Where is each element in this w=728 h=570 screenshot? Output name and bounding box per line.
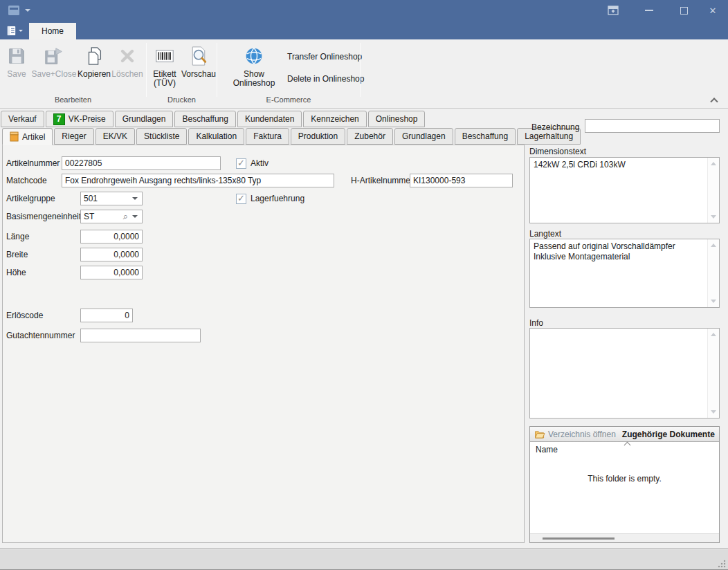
h-artikelnummer-label: H-Artikelnummer <box>351 174 413 187</box>
documents-header: Verzeichnis öffnen Zugehörige Dokumente <box>530 427 719 442</box>
preview-button[interactable]: Vorschau <box>181 42 216 93</box>
tab-row-secondary: Artikel Rieger EK/VK Stückliste Kalkulat… <box>2 128 581 145</box>
vertical-scrollbar[interactable] <box>707 239 719 307</box>
chevron-down-icon <box>132 197 138 200</box>
tab-grundlagen-1[interactable]: Grundlagen <box>115 111 174 127</box>
close-button[interactable]: ✕ <box>698 0 728 21</box>
scroll-up-icon[interactable] <box>711 162 716 165</box>
save-button[interactable]: Save <box>3 42 30 93</box>
aktiv-checkbox[interactable] <box>236 158 246 169</box>
ribbon-tab-home[interactable]: Home <box>29 23 76 39</box>
save-label: Save <box>7 70 26 79</box>
breite-input[interactable] <box>80 248 143 261</box>
laenge-label: Länge <box>6 230 29 243</box>
laenge-input[interactable] <box>80 230 143 243</box>
dimensionstext-memo[interactable]: 142kW 2,5l CRDi 103kW <box>529 157 720 223</box>
vertical-scrollbar[interactable] <box>707 158 719 223</box>
preview-label: Vorschau <box>181 70 216 79</box>
file-menu-icon <box>6 25 17 37</box>
scroll-down-icon[interactable] <box>711 215 716 219</box>
scroll-up-icon[interactable] <box>711 243 716 247</box>
h-artikelnummer-input[interactable] <box>410 174 513 187</box>
tab-produktion[interactable]: Produktion <box>291 128 345 145</box>
empty-folder-message: This folder is empty. <box>530 474 719 484</box>
langtext-memo[interactable]: Passend auf original Vorschalldämpfer In… <box>529 239 720 308</box>
app-menu-caret-icon[interactable] <box>25 9 30 12</box>
minimize-icon <box>645 10 653 11</box>
lagerfuehrung-checkbox-row[interactable]: Lagerfuehrung <box>236 192 304 205</box>
save-close-label: Save+Close <box>31 70 76 79</box>
tab-artikel[interactable]: Artikel <box>2 128 53 145</box>
tab-ek-vk[interactable]: EK/VK <box>95 128 135 145</box>
tab-stueckliste[interactable]: Stückliste <box>136 128 187 145</box>
scroll-up-icon[interactable] <box>711 333 716 336</box>
tab-grundlagen-2[interactable]: Grundlagen <box>394 128 453 145</box>
delete-button[interactable]: Löschen <box>111 42 144 93</box>
scrollbar-thumb[interactable] <box>543 537 615 540</box>
column-header-name[interactable]: Name <box>536 445 558 454</box>
copy-button[interactable]: Kopieren <box>78 42 111 93</box>
info-memo[interactable] <box>529 328 720 419</box>
horizontal-scrollbar[interactable] <box>530 533 719 542</box>
group-label-ecommerce: E-Commerce <box>217 95 360 107</box>
tab-rieger[interactable]: Rieger <box>54 128 93 145</box>
basismengeneinheit-combobox[interactable]: ST ⌕ <box>80 210 143 223</box>
ribbon: Save Save+Close Kopieren Löschen Bearbei… <box>0 39 728 109</box>
preview-icon <box>189 44 208 68</box>
status-bar <box>0 548 728 570</box>
tab-vk-preise[interactable]: 7 VK-Preise <box>46 111 113 127</box>
tab-faktura[interactable]: Faktura <box>246 128 289 145</box>
resize-grip-icon[interactable] <box>718 560 726 568</box>
barcode-icon <box>154 44 176 68</box>
tab-kalkulation[interactable]: Kalkulation <box>188 128 244 145</box>
file-menu-button[interactable] <box>6 24 26 37</box>
scroll-down-icon[interactable] <box>711 410 716 414</box>
tab-kundendaten[interactable]: Kundendaten <box>237 111 302 127</box>
tab-beschaffung-1[interactable]: Beschaffung <box>174 111 236 127</box>
group-separator <box>146 43 147 97</box>
erloescode-input[interactable] <box>80 309 133 322</box>
tab-onlineshop[interactable]: Onlineshop <box>368 111 426 127</box>
artikelgruppe-combobox[interactable]: 501 <box>80 192 143 205</box>
open-directory-button[interactable]: Verzeichnis öffnen <box>534 430 616 439</box>
maximize-icon <box>680 7 688 15</box>
label-print-button[interactable]: Etikett (TÜV) <box>149 42 180 93</box>
sort-ascending-icon[interactable] <box>624 442 630 449</box>
artikel-tab-page: Artikelnummer Aktiv Matchcode H-Artikeln… <box>2 145 525 543</box>
breite-label: Breite <box>6 248 28 261</box>
artikelnummer-input[interactable] <box>62 156 221 170</box>
tab-verkauf[interactable]: Verkauf <box>1 111 44 127</box>
group-separator <box>360 43 361 97</box>
collapse-ribbon-button[interactable] <box>711 95 721 103</box>
show-onlineshop-button[interactable]: Show Onlineshop <box>221 42 286 93</box>
gutachtennummer-label: Gutachtennummer <box>6 329 75 342</box>
tab-zubehoer[interactable]: Zubehör <box>347 128 393 145</box>
matchcode-input[interactable] <box>62 174 334 187</box>
application-window: ✕ Home Save Save+Close <box>0 0 728 570</box>
lagerfuehrung-checkbox[interactable] <box>236 194 246 204</box>
vertical-scrollbar[interactable] <box>707 329 719 418</box>
matchcode-label: Matchcode <box>6 174 47 187</box>
documents-title: Zugehörige Dokumente <box>622 430 715 439</box>
ribbon-display-options-icon[interactable] <box>598 0 628 21</box>
langtext-label: Langtext <box>529 229 561 239</box>
minimize-button[interactable] <box>634 0 664 21</box>
documents-list[interactable]: Name This folder is empty. <box>530 442 719 533</box>
chevron-up-icon <box>710 98 718 105</box>
search-icon[interactable]: ⌕ <box>123 211 128 222</box>
transfer-onlineshop-button[interactable]: Transfer Onlineshop <box>287 49 362 64</box>
delete-onlineshop-button[interactable]: Delete in Onlineshop <box>287 71 364 86</box>
artikelgruppe-label: Artikelgruppe <box>6 192 55 205</box>
tab-beschaffung-2[interactable]: Beschaffung <box>455 128 516 145</box>
hoehe-input[interactable] <box>80 266 143 279</box>
aktiv-checkbox-row[interactable]: Aktiv <box>236 157 269 169</box>
tab-kennzeichen[interactable]: Kennzeichen <box>303 111 366 127</box>
bezeichnung-input[interactable] <box>585 119 720 133</box>
save-close-button[interactable]: Save+Close <box>32 42 76 93</box>
save-close-icon <box>43 44 65 68</box>
maximize-button[interactable] <box>668 0 699 21</box>
hoehe-label: Höhe <box>6 266 26 279</box>
scroll-down-icon[interactable] <box>711 300 716 303</box>
documents-panel: Verzeichnis öffnen Zugehörige Dokumente … <box>529 426 720 543</box>
gutachtennummer-input[interactable] <box>80 329 201 342</box>
